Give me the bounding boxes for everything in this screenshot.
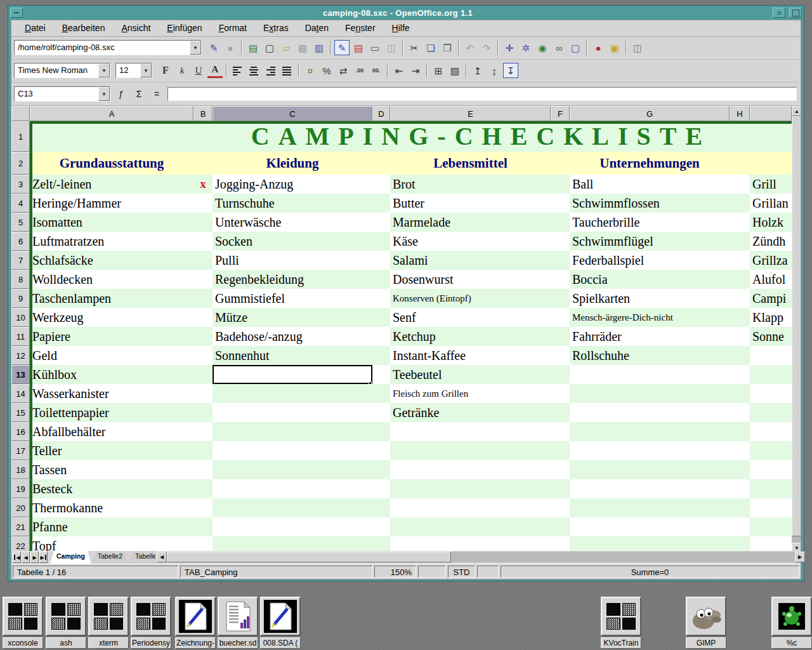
desktop-icon-xterm[interactable]: xterm: [88, 597, 129, 649]
url-dropdown-button[interactable]: ▾: [190, 41, 201, 55]
row-header-21[interactable]: 21: [11, 517, 30, 536]
row-header-22[interactable]: 22: [11, 536, 30, 551]
cell-G6[interactable]: Schwimmflügel: [572, 232, 728, 251]
cell-C7[interactable]: Pulli: [215, 251, 371, 270]
scroll-up-button[interactable]: ▲: [792, 106, 801, 116]
cell-A20[interactable]: Thermokanne: [32, 498, 192, 517]
cell-A13[interactable]: Kühlbox: [32, 365, 192, 384]
zoom-screen-icon[interactable]: ▢: [568, 40, 583, 55]
cell-G9[interactable]: Spielkarten: [572, 289, 728, 308]
sheet-tab-tabelle2[interactable]: Tabelle2: [91, 551, 129, 564]
titlebar[interactable]: camping-08.sxc - OpenOffice.org 1.1: [8, 6, 804, 20]
cell-E14[interactable]: Fleisch zum Grillen: [393, 384, 549, 403]
row-header-2[interactable]: 2: [11, 152, 30, 175]
maximize-button[interactable]: [789, 8, 802, 18]
row-header-11[interactable]: 11: [11, 327, 30, 346]
iconify-button[interactable]: [773, 8, 785, 18]
new-document-icon[interactable]: ▢: [262, 40, 277, 55]
cell-E6[interactable]: Käse: [393, 232, 549, 251]
equals-icon[interactable]: =: [148, 87, 165, 101]
cell-E11[interactable]: Ketchup: [393, 327, 549, 346]
column-header-B[interactable]: B: [193, 106, 213, 121]
function-wizard-icon[interactable]: ƒ: [113, 87, 129, 101]
paste-icon[interactable]: ❐: [440, 40, 455, 55]
font-size-combobox[interactable]: 12 ▾: [115, 63, 152, 78]
navigator-icon[interactable]: ✛: [502, 40, 517, 55]
row-header-5[interactable]: 5: [11, 213, 30, 232]
horizontal-scroll-thumb[interactable]: [167, 552, 451, 562]
cell-A10[interactable]: Werkzeug: [32, 308, 192, 327]
row-header-4[interactable]: 4: [11, 194, 30, 213]
formula-input-line[interactable]: [167, 87, 797, 101]
cell-A4[interactable]: Heringe/Hammer: [32, 194, 192, 213]
cell-A19[interactable]: Besteck: [32, 479, 192, 498]
cell-C4[interactable]: Turnschuhe: [215, 194, 371, 213]
cut-icon[interactable]: ✂: [407, 40, 422, 55]
desktop-icon-kvoctrain[interactable]: KVocTrain: [601, 597, 641, 649]
column-header-I[interactable]: [750, 106, 792, 121]
sheet-tab-tabelle3[interactable]: Tabelle3: [129, 551, 155, 564]
column-header-D[interactable]: D: [372, 106, 390, 121]
borders-icon[interactable]: ⊞: [431, 63, 446, 78]
cell-C6[interactable]: Socken: [215, 232, 371, 251]
row-header-10[interactable]: 10: [11, 308, 30, 327]
cell-E3[interactable]: Brot: [393, 175, 549, 194]
increase-indent-icon[interactable]: ⇥: [408, 63, 423, 78]
cell-A7[interactable]: Schlafsäcke: [32, 251, 192, 270]
export-pdf-icon[interactable]: ▤: [351, 40, 366, 55]
horizontal-scrollbar[interactable]: ◀▶: [155, 551, 801, 564]
cell-C8[interactable]: Regenbekleidung: [215, 270, 371, 289]
save-all-icon[interactable]: ▥: [311, 40, 327, 55]
font-name-combobox[interactable]: Times New Roman ▾: [14, 63, 110, 78]
cell-I5[interactable]: Holzk: [752, 213, 792, 232]
cell-A3[interactable]: Zelt/-leinen: [32, 175, 192, 194]
sum-icon[interactable]: Σ: [131, 87, 147, 101]
scroll-down-button[interactable]: ▼: [792, 543, 801, 551]
column-header-G[interactable]: G: [570, 106, 730, 121]
desktop-icon-periodensy[interactable]: Periodensy: [131, 597, 171, 649]
new-from-template-icon[interactable]: ▤: [246, 40, 261, 55]
status-sum[interactable]: Summe=0: [501, 566, 799, 578]
menu-extras[interactable]: Extras: [256, 21, 296, 35]
select-all-corner[interactable]: [11, 106, 30, 121]
column-header-F[interactable]: F: [551, 106, 570, 121]
cell-A16[interactable]: Abfallbehälter: [32, 422, 192, 441]
desktop-icon-008sda[interactable]: 008.SDA (: [260, 597, 301, 649]
row-header-12[interactable]: 12: [11, 346, 30, 365]
background-color-icon[interactable]: ▨: [447, 63, 462, 78]
add-decimal-icon[interactable]: .00: [352, 63, 367, 78]
menu-daten[interactable]: Daten: [298, 21, 336, 35]
row-header-6[interactable]: 6: [11, 232, 30, 251]
cell-A8[interactable]: Wolldecken: [32, 270, 192, 289]
cell-B3-mark[interactable]: x: [193, 175, 213, 194]
row-header-18[interactable]: 18: [11, 460, 30, 479]
percent-format-icon[interactable]: %: [319, 63, 334, 78]
cell-G12[interactable]: Rollschuhe: [572, 346, 728, 365]
row-header-1[interactable]: 1: [11, 121, 30, 152]
cell-A21[interactable]: Pfanne: [32, 517, 192, 536]
font-name-value[interactable]: Times New Roman: [15, 63, 98, 77]
column-header-A[interactable]: A: [30, 106, 193, 121]
cell-G7[interactable]: Federballspiel: [572, 251, 728, 270]
open-file-icon[interactable]: ▱: [278, 40, 294, 55]
row-header-14[interactable]: 14: [11, 384, 30, 403]
vertical-scroll-thumb[interactable]: [792, 116, 801, 536]
row-header-13[interactable]: 13: [11, 365, 30, 384]
font-size-dropdown[interactable]: ▾: [140, 63, 152, 77]
font-name-dropdown[interactable]: ▾: [98, 63, 110, 77]
column-header-E[interactable]: E: [390, 106, 551, 121]
decrease-indent-icon[interactable]: ⇤: [391, 63, 407, 78]
fill-handle[interactable]: [369, 381, 372, 385]
row-header-9[interactable]: 9: [11, 289, 30, 308]
selected-cell-C13[interactable]: [213, 365, 372, 384]
cell-A17[interactable]: Teller: [32, 441, 192, 460]
row-header-7[interactable]: 7: [11, 251, 30, 270]
cell-I11[interactable]: Sonne: [752, 327, 792, 346]
menu-fenster[interactable]: Fenster: [338, 21, 382, 35]
align-justify-icon[interactable]: [280, 63, 295, 78]
window-menu-button[interactable]: [10, 8, 23, 18]
align-left-icon[interactable]: [230, 63, 246, 78]
print-icon[interactable]: ▭: [367, 40, 383, 55]
cell-G10[interactable]: Mensch-ärgere-Dich-nicht: [572, 308, 728, 327]
tab-next-button[interactable]: ▶: [30, 552, 39, 563]
